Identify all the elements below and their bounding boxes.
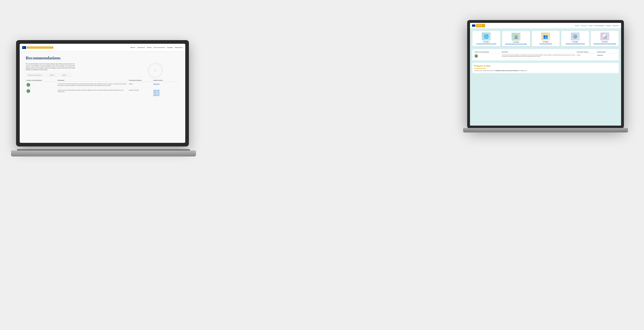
outcome-1-number: OUTCOME 1 (474, 41, 499, 42)
th-industry-rec: Industry recommendations (26, 79, 57, 82)
outcome-2-image: 🏛️ (512, 33, 520, 41)
right-table-wrap: Industry recommendation/s Description Go… (472, 49, 619, 60)
outcomes-cards-row: 🌐 OUTCOME 1 Free and open international … (472, 31, 619, 46)
row2-description: The Government should develop a program … (57, 88, 128, 98)
rth-related-actions: Related Action/s (596, 51, 617, 53)
scene: AUSTRALIA'S SERVICES EXPORTS ACTION PLAN… (0, 0, 644, 330)
right-row1-description: The Government should strengthen the ana… (501, 53, 576, 59)
right-nav-progress[interactable]: Progress (606, 25, 611, 26)
australia-flag-icon (22, 46, 26, 49)
outcome-4-number: OUTCOME 4 (562, 41, 588, 42)
right-recommendations-table: Industry recommendation/s Description Go… (474, 51, 617, 59)
left-logo: AUSTRALIA'S SERVICES EXPORTS ACTION PLAN (22, 46, 53, 49)
row2-badge: 2.6 (26, 89, 30, 93)
rth-industry: Industry recommendation/s (474, 51, 501, 53)
right-row1-badge-cell: 2.6 (474, 53, 501, 59)
outcome-3-image: 👥 (541, 32, 550, 40)
outcome-4-title: Cutting edge and internationalised servi… (562, 43, 588, 44)
outcome-5-image: 📊 (600, 32, 609, 40)
watermark-icon: ⊙ (145, 56, 185, 96)
outcome-5-title: Information-driven policies and business… (592, 43, 618, 44)
left-nav-progress[interactable]: Progress (168, 47, 173, 48)
left-nav-about[interactable]: About ▾ (130, 47, 135, 48)
outcome-3-number: OUTCOME 3 (533, 41, 558, 42)
progress-title: Progress to date (474, 64, 617, 67)
filter-pillars-label: All pillars (62, 74, 66, 76)
laptop-left: AUSTRALIA'S SERVICES EXPORTS ACTION PLAN… (16, 40, 191, 157)
filter-topics-label: All topics (49, 74, 54, 76)
row1-description: The Government should strengthen the ana… (57, 82, 128, 88)
row2-badge-cell: 2.6 (26, 88, 57, 98)
rth-description: Description (501, 51, 576, 53)
filter-gov-chevron-icon: ▼ (42, 74, 43, 76)
right-site-title: AUSTRALIA'SSERVICES EXPORTSACTION PLAN (476, 24, 485, 27)
th-description: Description (57, 79, 128, 82)
left-screen-inner: AUSTRALIA'S SERVICES EXPORTS ACTION PLAN… (20, 44, 185, 143)
progress-title-underline (474, 68, 486, 69)
filter-pillars-chevron-icon: ▼ (67, 74, 68, 76)
outcome-card-4[interactable]: ⚙️ OUTCOME 4 Cutting edge and internatio… (561, 31, 589, 46)
left-nav: AUSTRALIA'S SERVICES EXPORTS ACTION PLAN… (20, 44, 185, 51)
outcome-card-2[interactable]: 🏛️ OUTCOME 2 Best practice systems and r… (502, 31, 530, 46)
right-nav-outcomes[interactable]: Outcomes ▾ (581, 25, 587, 26)
outcome-2-number: OUTCOME 2 (503, 41, 529, 43)
right-nav-resources[interactable]: Resources ▾ (612, 25, 619, 26)
left-screen-bezel: AUSTRALIA'S SERVICES EXPORTS ACTION PLAN… (16, 40, 189, 147)
right-table-row: 2.6 The Government should strengthen the… (474, 53, 617, 59)
left-site-title: AUSTRALIA'S SERVICES EXPORTS ACTION PLAN (27, 46, 53, 48)
right-nav: AUSTRALIA'SSERVICES EXPORTSACTION PLAN A… (470, 23, 621, 28)
right-row1-badge: 2.6 (474, 54, 478, 58)
filter-gov-label: All government responses (28, 74, 42, 76)
left-nav-recommendations[interactable]: Recommendations (154, 47, 165, 48)
rth-gov-response: Government response (576, 51, 597, 53)
right-nav-about[interactable]: About ▾ (575, 25, 579, 26)
progress-bold-text: Regulation Impact Assessment framework (496, 70, 518, 71)
right-nav-links: About ▾ Outcomes ▾ Actions Recommendatio… (575, 25, 619, 26)
tablet-right: AUSTRALIA'SSERVICES EXPORTSACTION PLAN A… (467, 20, 624, 132)
outcome-2-title: Best practice systems and rules across A… (503, 43, 529, 44)
outcome-card-3[interactable]: 👥 OUTCOME 3 World class skills and talen… (532, 31, 560, 46)
right-content: 🌐 OUTCOME 1 Free and open international … (470, 28, 621, 126)
outcome-card-5[interactable]: 📊 OUTCOME 5 Information-driven policies … (591, 31, 619, 46)
outcome-1-title: Free and open international trade in ser… (474, 43, 499, 44)
filter-gov-response[interactable]: All government responses ▼ (26, 74, 46, 76)
progress-section: Progress to date In January 2020, change… (472, 63, 619, 73)
outcome-5-number: OUTCOME 5 (592, 41, 618, 42)
right-row1-related: Action 2.26 (596, 53, 617, 59)
left-content: ⊙ Recommendations The recommendations co… (20, 51, 185, 143)
outcome-card-1[interactable]: 🌐 OUTCOME 1 Free and open international … (472, 31, 500, 46)
filter-topics[interactable]: All topics ▼ (47, 74, 58, 76)
page-description: The recommendations come from industry l… (26, 63, 78, 71)
right-nav-recommendations[interactable]: Recommendations (594, 25, 604, 26)
left-nav-outcomes[interactable]: Outcomes ▾ (137, 47, 145, 48)
right-screen-bezel: AUSTRALIA'SSERVICES EXPORTSACTION PLAN A… (467, 20, 624, 128)
filter-pillars[interactable]: All pillars ▼ (60, 74, 71, 76)
outcome-3-title: World class skills and talent (533, 43, 558, 44)
left-nav-links: About ▾ Outcomes ▾ Actions Recommendatio… (130, 47, 183, 48)
left-nav-resources[interactable]: Resources ▾ (175, 47, 183, 48)
filter-topics-chevron-icon: ▼ (54, 74, 55, 76)
outcome-1-image: 🌐 (482, 32, 491, 40)
left-nav-actions[interactable]: Actions (147, 47, 152, 48)
outcome-4-image: ⚙️ (571, 32, 580, 40)
right-screen-inner: AUSTRALIA'SSERVICES EXPORTSACTION PLAN A… (470, 23, 621, 126)
right-row1-gov-response: Agreed (576, 53, 597, 59)
right-nav-actions[interactable]: Actions (589, 25, 593, 26)
right-keyboard (463, 128, 628, 132)
right-row1-action-link[interactable]: Action 2.26 (597, 54, 603, 56)
row1-badge-cell: 2.6 (26, 82, 57, 88)
row1-badge: 2.6 (26, 83, 30, 87)
left-base (11, 151, 196, 157)
right-flag-icon (472, 24, 475, 27)
right-logo: AUSTRALIA'SSERVICES EXPORTSACTION PLAN (472, 24, 485, 27)
progress-text: In January 2020, changes were made to th… (474, 70, 617, 71)
